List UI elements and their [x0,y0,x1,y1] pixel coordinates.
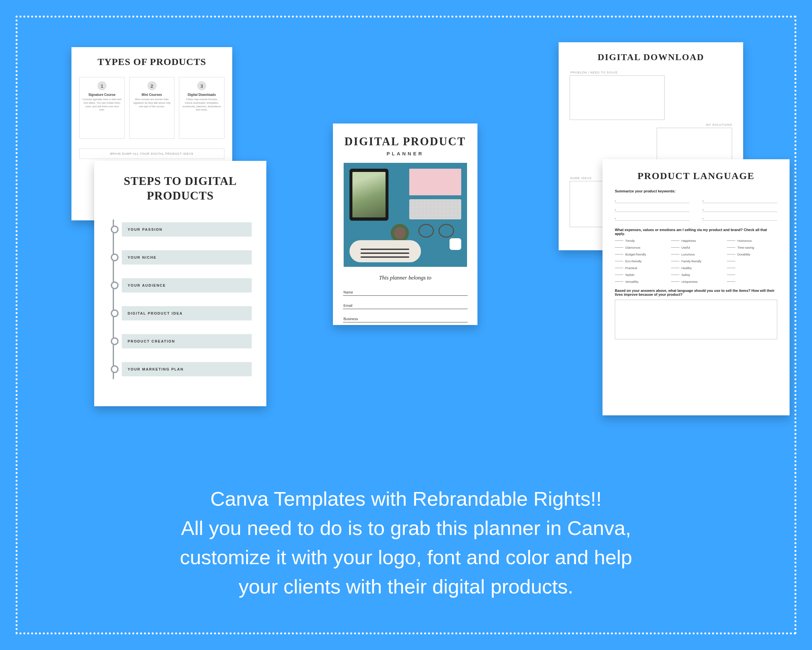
lang-tag: Versatility [615,280,665,283]
pen-icon [360,257,409,258]
cover-flatlay-image [343,163,467,267]
lang-tag [727,266,777,270]
lang-checklist-grid: Trendy Happiness Humorous Glamorous Usef… [615,239,777,283]
keyword-row: •• [615,196,777,203]
earbuds-icon [450,238,461,250]
succulent-icon [391,224,409,242]
step-label: YOUR MARKETING PLAN [122,362,252,376]
lang-title: PRODUCT LANGUAGE [615,170,777,181]
lang-tag: Glamorous [615,246,665,249]
lang-tag: Time-saving [727,246,777,249]
lang-tag: Luxurious [671,252,721,256]
types-title: TYPES OF PRODUCTS [72,56,232,67]
lang-tag: Practical [615,266,665,270]
lang-tag: Stylish [615,273,665,277]
type-desc: These may include Ebooks, Canva download… [182,98,221,112]
caption-line: Canva Templates with Rebrandable Rights!… [210,488,601,510]
lang-tag: Durability [727,252,777,256]
lang-tag: Useful [671,246,721,249]
type-card-1: 1 Signature Course Courses typically hav… [79,77,125,139]
promo-caption: Canva Templates with Rebrandable Rights!… [65,484,747,601]
glasses-icon [418,224,454,236]
caption-line: All you need to do is to grab this plann… [181,517,631,539]
pen-icon [360,252,409,254]
sheet-planner-cover: DIGITAL PRODUCT PLANNER This planner bel… [333,124,478,325]
lang-q-answer: Based on your answers above, what langua… [615,289,777,297]
lang-tag: Happiness [671,239,721,242]
step-label: YOUR NICHE [122,250,252,265]
caption-line: your clients with their digital products… [239,575,573,598]
step-row: PRODUCT CREATION [109,327,252,355]
step-row: YOUR AUDIENCE [109,271,252,299]
lang-tag: Eco-friendly [615,259,665,263]
cover-subtitle: PLANNER [386,151,424,156]
caption-line: customize it with your logo, font and co… [180,546,632,569]
tablet-icon [350,169,388,221]
steps-title-line1: STEPS TO DIGITAL [124,174,237,188]
cover-field-business: Business [343,313,468,323]
cover-field-email: Email [343,300,468,309]
lang-tag [727,273,777,277]
lang-q-keywords: Summarize your product keywords: [615,189,777,193]
lang-tag [727,280,777,283]
type-desc: Courses typically have a start and end d… [82,98,122,112]
step-row: YOUR MARKETING PLAN [109,355,252,383]
cover-title: DIGITAL PRODUCT [345,135,466,148]
type-name: Digital Downloads [188,93,216,96]
download-label-solutions: MY SOLUTIONS [570,123,732,127]
download-title: DIGITAL DOWNLOAD [570,52,732,63]
lang-tag: Uniqueness [671,280,721,283]
keyword-row: •• [615,214,777,221]
type-num: 1 [98,81,107,90]
steps-title-line2: PRODUCTS [147,189,214,202]
keyboard-icon [409,199,461,219]
steps-timeline: YOUR PASSION YOUR NICHE YOUR AUDIENCE DI… [109,216,252,383]
lang-tag: Budget-friendly [615,252,665,256]
download-box-problem [570,75,664,120]
pen-tray-icon [350,240,421,262]
step-label: YOUR AUDIENCE [122,278,252,292]
type-name: Mini Courses [142,93,162,96]
step-label: DIGITAL PRODUCT IDEA [122,306,252,320]
type-num: 3 [197,81,206,90]
step-row: YOUR NICHE [109,243,252,271]
lang-tag: Safety [671,273,721,277]
type-name: Signature Course [89,93,115,96]
lang-answer-box [615,300,777,339]
steps-title: STEPS TO DIGITAL PRODUCTS [94,174,266,203]
step-row: YOUR PASSION [109,216,252,243]
type-card-3: 3 Digital Downloads These may include Eb… [179,77,224,139]
cover-belongs-to: This planner belongs to [379,275,431,281]
notebook-icon [409,169,461,195]
lang-q-values: What expenses, values or emotions am I s… [615,228,777,236]
lang-tag: Trendy [615,239,665,242]
type-card-2: 2 Mini Courses Mini courses are shorter … [129,77,175,139]
type-desc: Mini courses are shorter than signature … [132,98,172,108]
sheet-steps-to-digital-products: STEPS TO DIGITAL PRODUCTS YOUR PASSION Y… [94,161,266,406]
sheet-product-language: PRODUCT LANGUAGE Summarize your product … [603,159,789,415]
cover-field-name: Name [343,286,468,296]
step-label: YOUR PASSION [122,222,252,237]
step-label: PRODUCT CREATION [122,334,252,349]
type-num: 2 [148,81,157,90]
keyword-row: •• [615,205,777,212]
lang-tag: Family-friendly [671,259,721,263]
types-columns: 1 Signature Course Courses typically hav… [72,77,232,139]
brain-dump-label: BRAIN DUMP ALL YOUR DIGITAL PRODUCT IDEA… [79,148,224,159]
lang-tag [727,259,777,263]
download-label-problem: PROBLEM / NEED TO SOLVE [570,71,732,74]
lang-tag: Healthy [671,266,721,270]
lang-tag: Humorous [727,239,777,242]
pen-icon [360,249,409,250]
step-row: DIGITAL PRODUCT IDEA [109,299,252,327]
